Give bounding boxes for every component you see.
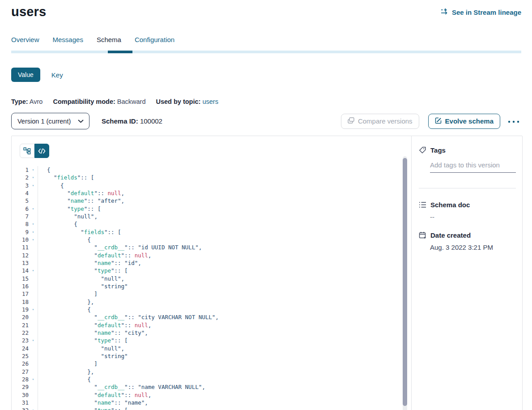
code-line: 15 "null", [12, 275, 411, 282]
fold-toggle-icon[interactable]: ▾ [29, 337, 38, 344]
line-number: 22 [12, 329, 29, 337]
calendar-plus-icon [419, 231, 426, 239]
line-number: 20 [12, 313, 29, 321]
schema-meta-row: Type: Avro Compatibility mode: Backward … [11, 98, 532, 105]
fold-gutter [29, 399, 38, 406]
compare-versions-button[interactable]: Compare versions [341, 114, 419, 129]
fold-toggle-icon[interactable]: ▾ [29, 406, 38, 410]
code-text: "default":: null, [38, 189, 124, 197]
code-line: 14▾ "type":: [ [12, 267, 411, 274]
fold-toggle-icon[interactable]: ▾ [29, 205, 38, 213]
line-number: 14 [12, 267, 29, 274]
tree-view-button[interactable] [20, 144, 34, 158]
code-line: 12 "default":: null, [12, 252, 411, 259]
fold-toggle-icon[interactable]: ▾ [29, 182, 38, 189]
editor-scrollbar-thumb[interactable] [403, 158, 407, 406]
value-tab-button[interactable]: Value [11, 68, 40, 82]
code-text: "type":: [ [38, 337, 128, 344]
fold-toggle-icon[interactable]: ▾ [29, 236, 38, 243]
code-text: "name":: "after", [38, 197, 124, 205]
ellipsis-icon [508, 120, 519, 123]
fold-toggle-icon[interactable]: ▾ [29, 166, 38, 174]
line-number: 31 [12, 399, 29, 406]
code-text: { [38, 220, 77, 228]
page-title: users [11, 4, 46, 19]
line-number: 6 [12, 205, 29, 213]
meta-compat-value: Backward [117, 98, 146, 105]
code-line: 22 "name":: "city", [12, 329, 411, 337]
tab-underline-bar [11, 51, 521, 53]
key-tab-button[interactable]: Key [51, 71, 63, 79]
list-icon [419, 201, 426, 208]
code-text: { [38, 306, 91, 313]
line-number: 5 [12, 197, 29, 205]
code-text: "type":: [ [38, 267, 128, 274]
evolve-schema-button[interactable]: Evolve schema [428, 114, 500, 129]
line-number: 13 [12, 259, 29, 267]
code-line: 32▾ "type":: [ [12, 406, 411, 410]
code-text: "default":: null, [38, 252, 151, 259]
topic-users-link[interactable]: users [202, 98, 218, 105]
schema-doc-section-header: Schema doc [419, 201, 516, 209]
date-created-title: Date created [430, 231, 471, 239]
version-dropdown-value: Version 1 (current) [17, 118, 71, 125]
fold-gutter [29, 290, 38, 298]
version-dropdown[interactable]: Version 1 (current) [11, 113, 89, 129]
fold-toggle-icon[interactable]: ▾ [29, 174, 38, 181]
more-options-button[interactable] [506, 116, 521, 126]
tab-overview[interactable]: Overview [11, 36, 39, 43]
fold-toggle-icon[interactable]: ▾ [29, 376, 38, 383]
stream-lineage-icon [441, 8, 448, 16]
line-number: 9 [12, 228, 29, 236]
code-view-button[interactable] [34, 144, 49, 158]
fold-gutter [29, 197, 38, 205]
schema-doc-value: -- [430, 213, 516, 221]
line-number: 30 [12, 391, 29, 399]
tag-icon [419, 146, 426, 154]
code-text: "type":: [ [38, 406, 128, 410]
code-text: "__crdb__":: "city VARCHAR NOT NULL", [38, 313, 219, 321]
fold-toggle-icon[interactable]: ▾ [29, 220, 38, 228]
fold-gutter [29, 313, 38, 321]
line-number: 7 [12, 213, 29, 220]
code-text: "__crdb__":: "id UUID NOT NULL", [38, 243, 202, 251]
code-line: 20 "__crdb__":: "city VARCHAR NOT NULL", [12, 313, 411, 321]
code-text: "string" [38, 282, 128, 290]
code-line: 13 "name":: "id", [12, 259, 411, 267]
line-number: 28 [12, 376, 29, 383]
see-in-stream-lineage-link[interactable]: See in Stream lineage [441, 8, 521, 16]
schema-doc-title: Schema doc [430, 201, 470, 209]
compare-versions-icon [348, 117, 354, 125]
fold-toggle-icon[interactable]: ▾ [29, 228, 38, 236]
code-line: 2▾ "fields":: [ [12, 174, 411, 181]
code-text: ] [38, 290, 98, 298]
schema-editor: 1▾{2▾ "fields":: [3▾ {4 "default":: null… [12, 136, 412, 410]
fold-gutter [29, 321, 38, 329]
fold-toggle-icon[interactable]: ▾ [29, 306, 38, 313]
code-line: 17 ] [12, 290, 411, 298]
code-line: 19▾ { [12, 306, 411, 313]
fold-gutter [29, 243, 38, 251]
schema-detail-panel: 1▾{2▾ "fields":: [3▾ {4 "default":: null… [11, 136, 523, 410]
code-line: 26 ] [12, 360, 411, 367]
line-number: 18 [12, 298, 29, 306]
line-number: 2 [12, 174, 29, 181]
fold-gutter [29, 360, 38, 367]
tab-configuration[interactable]: Configuration [135, 36, 174, 43]
line-number: 8 [12, 220, 29, 228]
line-number: 1 [12, 166, 29, 174]
code-line: 11 "__crdb__":: "id UUID NOT NULL", [12, 243, 411, 251]
fold-gutter [29, 213, 38, 220]
sidebar-divider [419, 188, 516, 188]
fold-gutter [29, 259, 38, 267]
schema-sidebar: Tags Schema doc -- [412, 136, 523, 410]
code-line: 29 "__crdb__":: "name VARCHAR NULL", [12, 383, 411, 391]
line-number: 27 [12, 368, 29, 376]
fold-gutter [29, 383, 38, 391]
add-tags-input[interactable] [430, 161, 516, 173]
code-line: 24 "null", [12, 345, 411, 352]
tab-schema[interactable]: Schema [97, 36, 121, 43]
tab-messages[interactable]: Messages [53, 36, 83, 43]
fold-toggle-icon[interactable]: ▾ [29, 267, 38, 274]
code-text: "name":: "city", [38, 329, 148, 337]
